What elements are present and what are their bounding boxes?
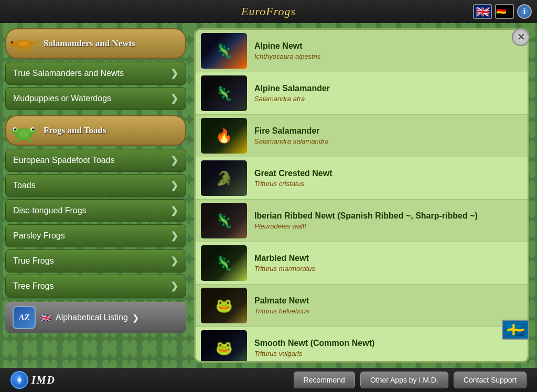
species-info: Palmate NewtTriturus helveticus <box>254 296 309 315</box>
az-badge: AZ <box>13 306 36 329</box>
species-info: Great Crested NewtTriturus cristatus <box>254 169 332 188</box>
species-common-name: Fire Salamander <box>254 126 329 136</box>
svg-point-2 <box>11 41 13 43</box>
species-common-name: Great Crested Newt <box>254 169 332 178</box>
salamanders-section-header[interactable]: Salamanders and Newts <box>5 28 186 59</box>
arrow-icon: ❯ <box>170 155 178 166</box>
species-thumbnail: 🦎 <box>201 203 247 238</box>
frogs-section-header[interactable]: Frogs and Toads <box>5 115 186 146</box>
species-list-item[interactable]: 🐸Smooth Newt (Common Newt)Triturus vulga… <box>196 327 528 363</box>
svg-point-18 <box>18 378 21 382</box>
svg-point-17 <box>18 130 29 137</box>
species-thumbnail: 🐊 <box>201 160 247 196</box>
svg-line-6 <box>29 47 31 51</box>
menu-item-true-frogs[interactable]: True Frogs ❯ <box>5 249 186 273</box>
alphabetical-listing[interactable]: AZ 🇬🇧 Alphabetical Listing ❯ <box>5 302 186 333</box>
species-info: Alpine SalamanderSalamandra atra <box>254 84 330 103</box>
sidebar: Salamanders and Newts True Salamanders a… <box>5 23 186 368</box>
salamanders-section-label: Salamanders and Newts <box>44 38 135 49</box>
frogs-section-label: Frogs and Toads <box>44 125 106 136</box>
arrow-icon: ❯ <box>170 255 178 267</box>
arrow-icon: ❯ <box>170 230 178 242</box>
salamander-icon <box>9 32 38 55</box>
frog-icon <box>9 119 38 141</box>
species-list-item[interactable]: 🔥Fire SalamanderSalamandra salamandra <box>196 115 528 157</box>
species-list-item[interactable]: 🐸Palmate NewtTriturus helveticus <box>196 285 528 327</box>
species-latin-name: Ichthyosaura alpestris <box>254 52 320 60</box>
flag-de-icon[interactable]: 🇩🇪 <box>495 4 514 19</box>
species-latin-name: Triturus helveticus <box>254 307 309 315</box>
species-info: Fire SalamanderSalamandra salamandra <box>254 126 329 145</box>
svg-line-3 <box>16 47 19 52</box>
species-common-name: Alpine Salamander <box>254 84 330 93</box>
species-list-item[interactable]: 🦎Marbled NewtTriturus marmoratus <box>196 242 528 285</box>
species-common-name: Iberian Ribbed Newt (Spanish Ribbed ~, S… <box>254 211 478 221</box>
imd-text: IMD <box>31 374 56 386</box>
species-latin-name: Salamandra atra <box>254 95 330 103</box>
sweden-flag-badge: 🇸🇪 <box>502 320 529 340</box>
svg-point-15 <box>14 128 16 130</box>
species-common-name: Palmate Newt <box>254 296 309 306</box>
species-info: Smooth Newt (Common Newt)Triturus vulgar… <box>254 339 374 357</box>
header-bar: EuroFrogs 🇬🇧 🇩🇪 i <box>0 0 537 23</box>
species-thumbnail: 🦎 <box>201 75 247 111</box>
menu-item-parsley[interactable]: Parsley Frogs ❯ <box>5 224 186 247</box>
species-list-item[interactable]: 🦎Iberian Ribbed Newt (Spanish Ribbed ~, … <box>196 200 528 242</box>
menu-item-disc-tongued[interactable]: Disc-tongued Frogs ❯ <box>5 199 186 222</box>
species-latin-name: Triturus vulgaris <box>254 350 374 357</box>
menu-item-toads[interactable]: Toads ❯ <box>5 174 186 197</box>
flag-uk-icon[interactable]: 🇬🇧 <box>473 4 492 19</box>
alpha-label: 🇬🇧 Alphabetical Listing ❯ <box>41 313 139 323</box>
species-common-name: Marbled Newt <box>254 254 315 263</box>
arrow-icon: ❯ <box>170 180 178 191</box>
species-list-item[interactable]: 🐊Great Crested NewtTriturus cristatus <box>196 157 528 200</box>
species-thumbnail: 🦎 <box>201 245 247 281</box>
app-title: EuroFrogs <box>241 5 296 18</box>
footer-logo: IMD <box>10 371 56 389</box>
species-info: Alpine NewtIchthyosaura alpestris <box>254 41 320 60</box>
menu-item-spadefoot[interactable]: European Spadefoot Toads ❯ <box>5 149 186 172</box>
footer-buttons: Recommend Other Apps by I.M.D. Contact S… <box>294 372 527 388</box>
species-info: Iberian Ribbed Newt (Spanish Ribbed ~, S… <box>254 211 478 230</box>
imd-logo-icon <box>10 371 28 389</box>
footer-bar: IMD Recommend Other Apps by I.M.D. Conta… <box>0 368 537 392</box>
menu-item-mudpuppies[interactable]: Mudpuppies or Waterdogs ❯ <box>5 87 186 110</box>
arrow-icon: ❯ <box>170 93 178 104</box>
species-list-item[interactable]: 🦎Alpine SalamanderSalamandra atra <box>196 72 528 115</box>
species-thumbnail: 🐸 <box>201 288 247 323</box>
other-apps-button[interactable]: Other Apps by I.M.D. <box>360 372 448 388</box>
menu-item-true-salamanders[interactable]: True Salamanders and Newts ❯ <box>5 62 186 85</box>
species-thumbnail: 🔥 <box>201 118 247 154</box>
recommend-button[interactable]: Recommend <box>294 372 355 388</box>
species-thumbnail: 🐸 <box>201 330 247 363</box>
species-common-name: Alpine Newt <box>254 41 320 51</box>
species-latin-name: Pleurodeles waltl <box>254 222 478 230</box>
species-latin-name: Triturus cristatus <box>254 180 332 188</box>
svg-point-1 <box>9 41 18 47</box>
menu-item-tree-frogs[interactable]: Tree Frogs ❯ <box>5 275 186 298</box>
species-latin-name: Triturus marmoratus <box>254 265 315 273</box>
arrow-icon: ❯ <box>170 68 178 79</box>
svg-line-4 <box>21 48 23 53</box>
close-button[interactable]: ✕ <box>512 28 530 46</box>
header-icons: 🇬🇧 🇩🇪 i <box>473 4 532 19</box>
species-list-item[interactable]: 🦎Alpine NewtIchthyosaura alpestris <box>196 30 528 72</box>
species-common-name: Smooth Newt (Common Newt) <box>254 339 374 348</box>
species-thumbnail: 🦎 <box>201 33 247 69</box>
arrow-icon: ❯ <box>170 205 178 216</box>
species-info: Marbled NewtTriturus marmoratus <box>254 254 315 273</box>
species-panel: 🦎Alpine NewtIchthyosaura alpestris🦎Alpin… <box>194 28 529 363</box>
svg-point-7 <box>18 41 29 46</box>
info-button[interactable]: i <box>517 4 532 19</box>
arrow-icon: ❯ <box>170 280 178 292</box>
species-latin-name: Salamandra salamandra <box>254 137 329 145</box>
svg-point-16 <box>32 128 34 130</box>
contact-support-button[interactable]: Contact Support <box>454 372 527 388</box>
